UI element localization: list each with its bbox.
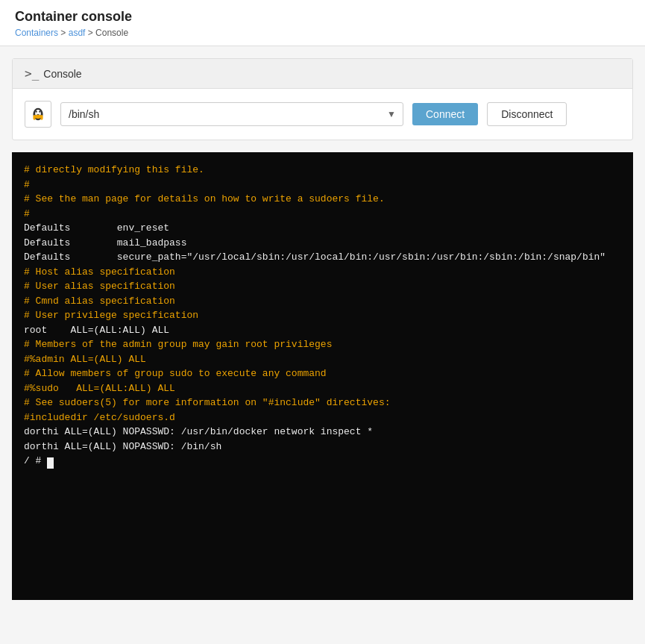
terminal-line: dorthi ALL=(ALL) NOPASSWD: /usr/bin/dock…: [24, 425, 621, 440]
shell-select-wrapper: /bin/sh /bin/bash ▼: [60, 102, 403, 126]
terminal-icon: >_: [25, 66, 39, 81]
disconnect-button[interactable]: Disconnect: [487, 102, 567, 126]
breadcrumb: Containers > asdf > Console: [15, 28, 630, 38]
terminal-line: Defaults mail_badpass: [24, 236, 621, 251]
breadcrumb-current: Console: [95, 28, 128, 38]
terminal-line: # Cmnd alias specification: [24, 294, 621, 309]
terminal-line: # directly modifying this file.: [24, 163, 621, 178]
terminal-line: #includedir /etc/sudoers.d: [24, 410, 621, 425]
terminal-line: #: [24, 178, 621, 193]
terminal-line: #%admin ALL=(ALL) ALL: [24, 352, 621, 367]
terminal-line: # Host alias specification: [24, 265, 621, 280]
linux-icon-wrapper: [25, 101, 51, 128]
svg-point-2: [36, 111, 37, 113]
panel-body: /bin/sh /bin/bash ▼ Connect Disconnect: [13, 89, 632, 140]
page-title: Container console: [15, 9, 630, 25]
terminal-line: # Members of the admin group may gain ro…: [24, 337, 621, 352]
console-panel: >_ Console /bin/sh /bin/bash ▼ Conn: [12, 58, 633, 140]
terminal-line: / #: [24, 454, 621, 469]
terminal-line: #%sudo ALL=(ALL:ALL) ALL: [24, 381, 621, 396]
linux-icon: [30, 106, 46, 122]
connect-button[interactable]: Connect: [412, 103, 478, 125]
svg-point-4: [35, 115, 42, 119]
terminal-line: #: [24, 207, 621, 222]
page-header: Container console Containers > asdf > Co…: [0, 0, 645, 46]
terminal-line: # See the man page for details on how to…: [24, 192, 621, 207]
terminal-cursor: [47, 457, 54, 469]
terminal-line: # Allow members of group sudo to execute…: [24, 366, 621, 381]
terminal-line: Defaults env_reset: [24, 221, 621, 236]
breadcrumb-sep1: >: [58, 28, 69, 38]
terminal-line: # User privilege specification: [24, 308, 621, 323]
svg-point-6: [40, 115, 43, 120]
svg-point-3: [39, 111, 40, 113]
terminal-line: dorthi ALL=(ALL) NOPASSWD: /bin/sh: [24, 440, 621, 454]
svg-point-5: [33, 115, 35, 120]
panel-header: >_ Console: [13, 59, 632, 89]
terminal-output[interactable]: # directly modifying this file.## See th…: [12, 152, 633, 600]
terminal-line: Defaults secure_path="/usr/local/sbin:/u…: [24, 250, 621, 265]
terminal-line: # User alias specification: [24, 279, 621, 294]
breadcrumb-sep2: >: [85, 28, 95, 38]
terminal-line: # See sudoers(5) for more information on…: [24, 396, 621, 410]
shell-select[interactable]: /bin/sh /bin/bash: [60, 102, 403, 126]
panel-header-label: Console: [43, 68, 81, 80]
breadcrumb-containers-link[interactable]: Containers: [15, 28, 58, 38]
terminal-line: root ALL=(ALL:ALL) ALL: [24, 323, 621, 338]
breadcrumb-container-link[interactable]: asdf: [69, 28, 86, 38]
